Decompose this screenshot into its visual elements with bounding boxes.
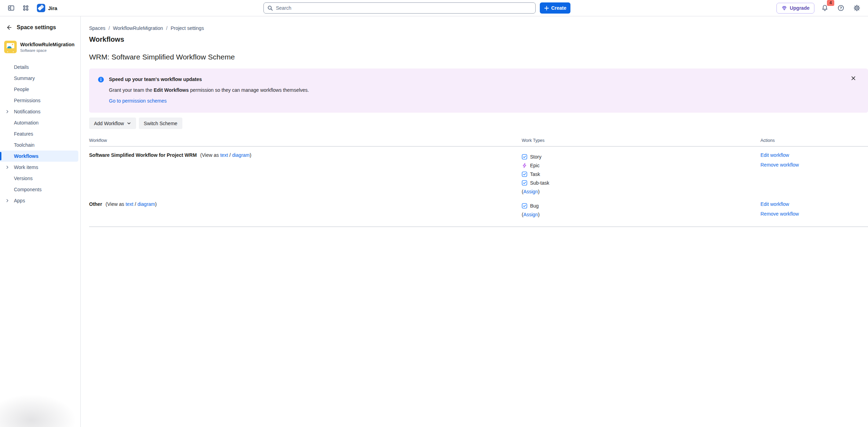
sidebar-toggle-icon [7, 4, 15, 12]
view-as-text-link[interactable]: text [126, 201, 134, 207]
column-header-workflow: Workflow [89, 138, 522, 143]
space-settings-sidebar: Space settings WorkflowRuleMigration Sof… [0, 16, 81, 427]
main-content: Spaces / WorkflowRuleMigration / Project… [81, 16, 868, 427]
sidebar-item-work-items[interactable]: Work items [0, 162, 78, 173]
app-name: Jira [48, 5, 57, 11]
back-button[interactable] [5, 23, 13, 32]
breadcrumb-project[interactable]: WorkflowRuleMigration [113, 25, 163, 31]
chevron-right-icon [5, 199, 9, 203]
sidebar-item-apps[interactable]: Apps [0, 195, 78, 206]
remove-workflow-link[interactable]: Remove workflow [760, 211, 799, 217]
workflow-toolbar: Add Workflow Switch Scheme [89, 118, 868, 129]
help-icon: ? [837, 4, 845, 12]
epic-icon [522, 163, 527, 168]
sidebar-item-summary[interactable]: Summary [0, 73, 78, 84]
sidebar-item-notifications[interactable]: Notifications [0, 106, 78, 117]
sidebar-nav: Details Summary People Permissions Notif… [0, 62, 80, 206]
checkbox-worktype-icon [522, 171, 527, 177]
search-input[interactable] [276, 5, 532, 11]
plus-icon [544, 6, 549, 11]
checkbox-worktype-icon [522, 203, 527, 209]
settings-button[interactable] [851, 2, 862, 14]
search-box[interactable] [263, 2, 536, 14]
remove-workflow-link[interactable]: Remove workflow [760, 162, 799, 168]
app-switcher-icon [22, 4, 30, 12]
workflow-name-cell: Software Simplified Workflow for Project… [89, 152, 522, 196]
premium-gem-icon [781, 5, 787, 11]
edit-workflow-link[interactable]: Edit workflow [760, 201, 789, 207]
page-title: Workflows [89, 35, 868, 43]
view-as-diagram-link[interactable]: diagram [232, 152, 250, 158]
close-icon [851, 75, 856, 81]
column-header-work-types: Work Types [522, 138, 760, 143]
checkbox-worktype-icon [522, 154, 527, 160]
project-name: WorkflowRuleMigration [20, 42, 74, 48]
sidebar-item-workflows[interactable]: Workflows [0, 151, 78, 162]
actions-cell: Edit workflow Remove workflow [760, 201, 868, 221]
edit-workflow-link[interactable]: Edit workflow [760, 152, 789, 158]
banner-body: Grant your team the Edit Workflows permi… [109, 87, 309, 93]
upgrade-button[interactable]: Upgrade [776, 3, 814, 14]
add-workflow-button[interactable]: Add Workflow [89, 118, 136, 129]
sidebar-item-versions[interactable]: Versions [0, 173, 78, 184]
workflow-updates-banner: Speed up your team's workflow updates Gr… [89, 69, 868, 113]
work-type-epic: Epic [522, 161, 760, 170]
table-row: Other(View as text / diagram) Bug [89, 201, 868, 227]
actions-cell: Edit workflow Remove workflow [760, 152, 868, 196]
scheme-title: WRM: Software Simplified Workflow Scheme [89, 53, 868, 61]
sidebar-item-permissions[interactable]: Permissions [0, 95, 78, 106]
permission-schemes-link[interactable]: Go to permission schemes [109, 98, 167, 104]
sidebar-item-automation[interactable]: Automation [0, 117, 78, 128]
workflows-table: Workflow Work Types Actions Software Sim… [89, 136, 868, 227]
view-as-diagram-link[interactable]: diagram [137, 201, 155, 207]
sidebar-item-components[interactable]: Components [0, 184, 78, 195]
assign-link[interactable]: Assign [523, 189, 538, 194]
breadcrumb: Spaces / WorkflowRuleMigration / Project… [89, 25, 868, 31]
assign-line: (Assign) [522, 187, 760, 196]
help-button[interactable]: ? [835, 2, 846, 14]
assign-line: (Assign) [522, 210, 760, 219]
assign-link[interactable]: Assign [523, 212, 538, 217]
chevron-down-icon [127, 121, 131, 126]
column-header-actions: Actions [760, 138, 868, 143]
chevron-right-icon [5, 110, 9, 114]
sidebar-item-details[interactable]: Details [0, 62, 78, 73]
table-header-row: Workflow Work Types Actions [89, 136, 868, 147]
breadcrumb-project-settings[interactable]: Project settings [171, 25, 204, 31]
sidebar-item-toolchain[interactable]: Toolchain [0, 139, 78, 151]
project-type: Software space [20, 48, 74, 53]
work-types-cell: Bug (Assign) [522, 201, 760, 221]
sidebar-item-people[interactable]: People [0, 84, 78, 95]
work-type-story: Story [522, 152, 760, 161]
switch-scheme-button[interactable]: Switch Scheme [139, 118, 182, 129]
top-bar: Jira Create [0, 0, 868, 16]
info-icon [97, 76, 104, 104]
sidebar-item-features[interactable]: Features [0, 128, 78, 139]
app-switcher-button[interactable] [20, 2, 31, 14]
jira-app: Jira Create [0, 0, 868, 427]
jira-logo [37, 4, 45, 12]
banner-close-button[interactable] [849, 74, 858, 82]
create-button[interactable]: Create [540, 2, 571, 14]
breadcrumb-spaces[interactable]: Spaces [89, 25, 105, 31]
project-header: WorkflowRuleMigration Software space [0, 37, 80, 54]
gear-icon [853, 4, 861, 12]
work-types-cell: Story Epic [522, 152, 760, 196]
work-type-bug: Bug [522, 201, 760, 210]
sidebar-toggle-button[interactable] [6, 2, 17, 14]
checkbox-worktype-icon [522, 180, 527, 186]
search-icon [267, 5, 273, 11]
banner-title: Speed up your team's workflow updates [109, 76, 309, 82]
work-type-subtask: Sub-task [522, 178, 760, 187]
project-avatar [4, 41, 17, 53]
view-as-text-link[interactable]: text [220, 152, 228, 158]
svg-text:?: ? [840, 6, 842, 10]
jira-home-link[interactable]: Jira [37, 4, 57, 12]
table-row: Software Simplified Workflow for Project… [89, 147, 868, 196]
hidden-widget-shadow [0, 392, 80, 427]
work-type-task: Task [522, 170, 760, 178]
back-arrow-icon [6, 24, 13, 31]
workflow-name-cell: Other(View as text / diagram) [89, 201, 522, 221]
chevron-right-icon [5, 165, 9, 169]
notification-badge: 4 [827, 0, 834, 6]
